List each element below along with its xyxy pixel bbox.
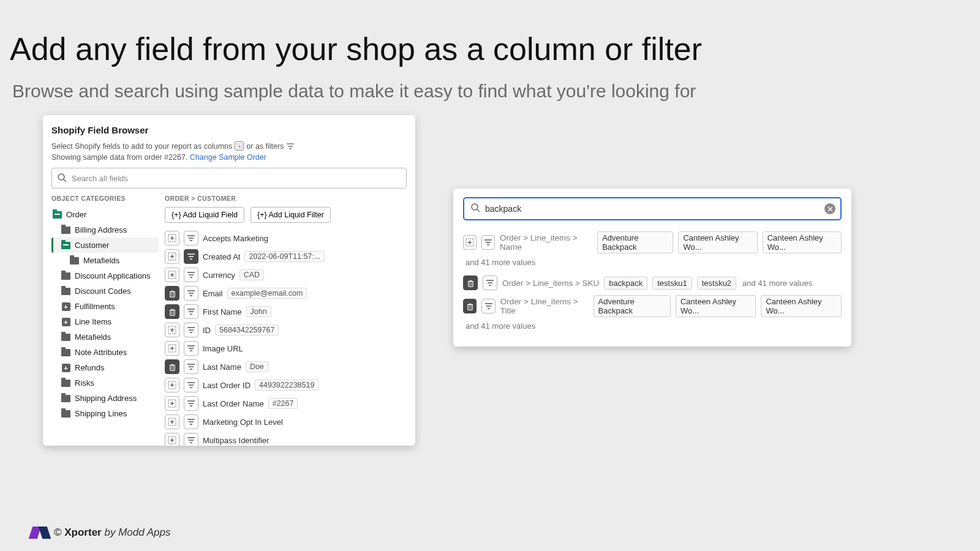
sample-data-line: Showing sample data from order #2267. Ch… bbox=[51, 153, 407, 162]
field-row: Emailexample@email.com bbox=[165, 284, 407, 302]
footer: © Xporter by Modd Apps bbox=[31, 527, 171, 539]
result-token: backpack bbox=[604, 277, 647, 290]
tree-item-billing-address[interactable]: Billing Address bbox=[51, 222, 159, 238]
filter-button[interactable] bbox=[184, 231, 198, 246]
field-row: First NameJohn bbox=[165, 302, 407, 321]
remove-column-button[interactable] bbox=[165, 304, 179, 319]
svg-rect-34 bbox=[170, 310, 174, 315]
add-liquid-filter-button[interactable]: {+} Add Liquid Filter bbox=[251, 207, 331, 223]
search-result-row: Order > Line_items > Title Adventure Bac… bbox=[463, 293, 842, 320]
tree-item-discount-codes[interactable]: Discount Codes bbox=[51, 283, 159, 299]
filter-button[interactable] bbox=[184, 304, 198, 319]
folder-icon bbox=[61, 379, 70, 387]
search-results-list: Order > Line_items > Name Adventure Back… bbox=[463, 229, 842, 331]
panel-title: Shopify Field Browser bbox=[51, 125, 407, 135]
result-token: testsku1 bbox=[652, 277, 692, 290]
result-path: Order > Line_items > SKU bbox=[502, 279, 599, 288]
footer-text: © Xporter by Modd Apps bbox=[54, 527, 171, 539]
remove-column-button[interactable] bbox=[165, 359, 179, 374]
filter-button[interactable] bbox=[184, 414, 198, 429]
field-sample-value: 2022-06-09T11:57:... bbox=[244, 251, 325, 262]
result-path: Order > Line_items > Title bbox=[500, 297, 589, 315]
tree-item-refunds[interactable]: +Refunds bbox=[51, 360, 159, 375]
field-browser-panel: Shopify Field Browser Select Shopify fie… bbox=[43, 115, 415, 446]
search-input[interactable] bbox=[51, 168, 407, 189]
field-row: Accepts Marketing bbox=[165, 229, 407, 247]
filter-button[interactable] bbox=[481, 299, 495, 313]
filter-icon bbox=[286, 143, 295, 150]
result-token: Canteen Ashley Wo... bbox=[763, 231, 842, 253]
add-column-button[interactable] bbox=[165, 231, 179, 246]
folder-open-icon bbox=[61, 241, 70, 249]
svg-rect-116 bbox=[467, 304, 472, 309]
search-result-row: Order > Line_items > Name Adventure Back… bbox=[463, 229, 842, 256]
add-liquid-field-button[interactable]: {+} Add Liquid Field bbox=[165, 207, 244, 223]
filter-button[interactable] bbox=[481, 235, 495, 250]
tree-item-label: Risks bbox=[75, 378, 94, 388]
tree-item-label: Billing Address bbox=[75, 225, 127, 234]
field-name: Last Order Name bbox=[203, 399, 264, 408]
remove-column-button[interactable] bbox=[463, 299, 477, 313]
tree-item-shipping-lines[interactable]: Shipping Lines bbox=[51, 406, 159, 421]
tree-item-shipping-address[interactable]: Shipping Address bbox=[51, 391, 159, 406]
field-sample-value: 4493922238519 bbox=[255, 380, 318, 391]
search-input-active[interactable] bbox=[485, 204, 824, 214]
category-tree: OrderBilling AddressCustomerMetafieldsDi… bbox=[51, 207, 159, 421]
add-column-button[interactable] bbox=[463, 235, 477, 250]
remove-column-button[interactable] bbox=[463, 276, 478, 290]
filter-button[interactable] bbox=[184, 323, 198, 337]
filter-button[interactable] bbox=[184, 359, 198, 374]
field-sample-value: John bbox=[246, 306, 271, 317]
result-token: Canteen Ashley Wo... bbox=[678, 231, 757, 253]
filter-button[interactable] bbox=[184, 378, 198, 392]
add-column-button[interactable] bbox=[165, 268, 179, 282]
add-column-button[interactable] bbox=[165, 249, 179, 264]
search-all-fields[interactable] bbox=[51, 168, 407, 189]
page-headline: Add any field from your shop as a column… bbox=[10, 31, 980, 67]
tree-item-order[interactable]: Order bbox=[51, 207, 159, 222]
filter-button[interactable] bbox=[184, 433, 198, 446]
field-row: Last Order ID4493922238519 bbox=[165, 376, 407, 394]
svg-point-98 bbox=[472, 204, 478, 210]
filter-button[interactable] bbox=[184, 268, 198, 282]
remove-column-button[interactable] bbox=[165, 286, 179, 301]
folder-icon bbox=[61, 226, 70, 234]
filter-button[interactable] bbox=[184, 286, 198, 301]
search-icon bbox=[470, 203, 480, 215]
desc-text-1: Select Shopify fields to add to your rep… bbox=[51, 142, 232, 151]
page-subheadline: Browse and search using sample data to m… bbox=[12, 81, 980, 102]
tree-item-note-attributes[interactable]: Note Attributes bbox=[51, 345, 159, 360]
add-column-button[interactable] bbox=[165, 414, 179, 429]
fields-list: Accepts MarketingCreated At2022-06-09T11… bbox=[165, 229, 407, 446]
tree-item-customer[interactable]: Customer bbox=[51, 238, 159, 253]
tree-item-line-items[interactable]: +Line Items bbox=[51, 314, 159, 329]
tree-item-metafields[interactable]: Metafields bbox=[51, 253, 159, 268]
add-column-button[interactable] bbox=[165, 433, 179, 446]
search-results-panel: Order > Line_items > Name Adventure Back… bbox=[453, 189, 851, 347]
field-row: ID5684342259767 bbox=[165, 321, 407, 339]
filter-button[interactable] bbox=[184, 396, 198, 411]
filter-button[interactable] bbox=[184, 249, 198, 264]
search-active-box[interactable] bbox=[463, 197, 842, 220]
field-row: Image URL bbox=[165, 339, 407, 358]
tree-item-discount-applications[interactable]: Discount Applications bbox=[51, 268, 159, 283]
field-name: Marketing Opt In Level bbox=[203, 418, 283, 427]
filter-button[interactable] bbox=[483, 276, 497, 290]
tree-item-risks[interactable]: Risks bbox=[51, 375, 159, 391]
add-column-button[interactable] bbox=[165, 396, 179, 411]
tree-item-metafields[interactable]: Metafields bbox=[51, 329, 159, 345]
expand-icon: + bbox=[61, 364, 70, 372]
field-row: CurrencyCAD bbox=[165, 266, 407, 284]
clear-search-button[interactable] bbox=[824, 203, 835, 214]
tree-item-label: Note Attributes bbox=[75, 348, 127, 357]
change-sample-link[interactable]: Change Sample Order bbox=[190, 153, 266, 162]
folder-open-icon bbox=[53, 211, 62, 219]
folder-icon bbox=[61, 394, 70, 402]
add-column-button[interactable] bbox=[165, 341, 179, 356]
add-column-button[interactable] bbox=[165, 378, 179, 392]
add-column-button[interactable] bbox=[165, 323, 179, 337]
tree-item-fulfillments[interactable]: +Fulfillments bbox=[51, 299, 159, 314]
svg-line-7 bbox=[64, 179, 66, 182]
filter-button[interactable] bbox=[184, 341, 198, 356]
field-row: Multipass Identifier bbox=[165, 431, 407, 446]
